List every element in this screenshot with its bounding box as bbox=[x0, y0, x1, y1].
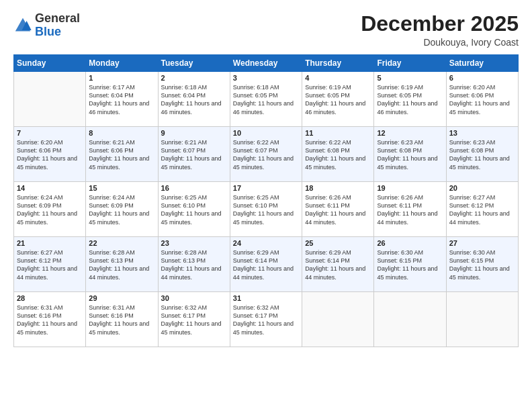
day-number: 23 bbox=[161, 239, 227, 247]
table-cell: 21Sunrise: 6:27 AM Sunset: 6:12 PM Dayli… bbox=[14, 237, 86, 292]
day-number: 21 bbox=[17, 239, 83, 247]
col-saturday: Saturday bbox=[446, 55, 518, 72]
day-number: 10 bbox=[233, 129, 299, 137]
day-number: 17 bbox=[233, 184, 299, 192]
table-cell: 22Sunrise: 6:28 AM Sunset: 6:13 PM Dayli… bbox=[86, 237, 158, 292]
table-cell: 29Sunrise: 6:31 AM Sunset: 6:16 PM Dayli… bbox=[86, 292, 158, 347]
cell-info: Sunrise: 6:17 AM Sunset: 6:04 PM Dayligh… bbox=[89, 83, 154, 116]
day-number: 6 bbox=[449, 74, 515, 82]
cell-info: Sunrise: 6:19 AM Sunset: 6:05 PM Dayligh… bbox=[377, 83, 443, 116]
header: General Blue December 2025 Doukouya, Ivo… bbox=[13, 12, 519, 48]
location: Doukouya, Ivory Coast bbox=[361, 37, 519, 48]
day-number: 29 bbox=[89, 294, 154, 302]
cell-info: Sunrise: 6:24 AM Sunset: 6:09 PM Dayligh… bbox=[17, 193, 83, 226]
cell-info: Sunrise: 6:21 AM Sunset: 6:06 PM Dayligh… bbox=[89, 138, 154, 171]
cell-info: Sunrise: 6:31 AM Sunset: 6:16 PM Dayligh… bbox=[17, 304, 83, 336]
table-cell: 28Sunrise: 6:31 AM Sunset: 6:16 PM Dayli… bbox=[14, 292, 86, 347]
title-block: December 2025 Doukouya, Ivory Coast bbox=[361, 12, 519, 48]
day-number: 12 bbox=[377, 129, 443, 137]
table-cell: 10Sunrise: 6:22 AM Sunset: 6:07 PM Dayli… bbox=[230, 127, 302, 182]
table-cell: 24Sunrise: 6:29 AM Sunset: 6:14 PM Dayli… bbox=[230, 237, 302, 292]
table-cell: 6Sunrise: 6:20 AM Sunset: 6:06 PM Daylig… bbox=[446, 72, 518, 127]
cell-info: Sunrise: 6:18 AM Sunset: 6:04 PM Dayligh… bbox=[161, 83, 227, 116]
table-cell bbox=[14, 72, 86, 127]
logo-blue: Blue bbox=[35, 26, 80, 39]
day-number: 22 bbox=[89, 239, 154, 247]
cell-info: Sunrise: 6:23 AM Sunset: 6:08 PM Dayligh… bbox=[377, 138, 443, 171]
table-cell: 17Sunrise: 6:25 AM Sunset: 6:10 PM Dayli… bbox=[230, 182, 302, 237]
cell-info: Sunrise: 6:20 AM Sunset: 6:06 PM Dayligh… bbox=[449, 83, 515, 116]
cell-info: Sunrise: 6:21 AM Sunset: 6:07 PM Dayligh… bbox=[161, 138, 227, 171]
table-cell: 13Sunrise: 6:23 AM Sunset: 6:08 PM Dayli… bbox=[446, 127, 518, 182]
col-wednesday: Wednesday bbox=[230, 55, 302, 72]
day-number: 13 bbox=[449, 129, 515, 137]
table-cell: 9Sunrise: 6:21 AM Sunset: 6:07 PM Daylig… bbox=[158, 127, 230, 182]
day-number: 27 bbox=[449, 239, 515, 247]
day-number: 28 bbox=[17, 294, 83, 302]
day-number: 7 bbox=[17, 129, 83, 137]
day-number: 9 bbox=[161, 129, 227, 137]
table-cell: 19Sunrise: 6:26 AM Sunset: 6:11 PM Dayli… bbox=[374, 182, 446, 237]
calendar-row: 14Sunrise: 6:24 AM Sunset: 6:09 PM Dayli… bbox=[14, 182, 519, 237]
day-number: 20 bbox=[449, 184, 515, 192]
header-row: Sunday Monday Tuesday Wednesday Thursday… bbox=[14, 55, 519, 72]
day-number: 2 bbox=[161, 74, 227, 82]
col-thursday: Thursday bbox=[302, 55, 374, 72]
col-sunday: Sunday bbox=[14, 55, 86, 72]
day-number: 15 bbox=[89, 184, 154, 192]
logo-general: General bbox=[35, 12, 80, 26]
day-number: 5 bbox=[377, 74, 443, 82]
table-cell: 11Sunrise: 6:22 AM Sunset: 6:08 PM Dayli… bbox=[302, 127, 374, 182]
day-number: 26 bbox=[377, 239, 443, 247]
col-friday: Friday bbox=[374, 55, 446, 72]
table-cell: 3Sunrise: 6:18 AM Sunset: 6:05 PM Daylig… bbox=[230, 72, 302, 127]
cell-info: Sunrise: 6:23 AM Sunset: 6:08 PM Dayligh… bbox=[449, 138, 515, 171]
table-cell: 5Sunrise: 6:19 AM Sunset: 6:05 PM Daylig… bbox=[374, 72, 446, 127]
logo: General Blue bbox=[13, 12, 80, 39]
logo-text: General Blue bbox=[35, 12, 80, 39]
day-number: 16 bbox=[161, 184, 227, 192]
table-cell: 8Sunrise: 6:21 AM Sunset: 6:06 PM Daylig… bbox=[86, 127, 158, 182]
calendar-row: 7Sunrise: 6:20 AM Sunset: 6:06 PM Daylig… bbox=[14, 127, 519, 182]
calendar-table: Sunday Monday Tuesday Wednesday Thursday… bbox=[13, 54, 519, 347]
cell-info: Sunrise: 6:30 AM Sunset: 6:15 PM Dayligh… bbox=[377, 248, 443, 281]
day-number: 11 bbox=[305, 129, 371, 137]
col-tuesday: Tuesday bbox=[158, 55, 230, 72]
table-cell: 18Sunrise: 6:26 AM Sunset: 6:11 PM Dayli… bbox=[302, 182, 374, 237]
cell-info: Sunrise: 6:24 AM Sunset: 6:09 PM Dayligh… bbox=[89, 193, 154, 226]
day-number: 14 bbox=[17, 184, 83, 192]
table-cell: 12Sunrise: 6:23 AM Sunset: 6:08 PM Dayli… bbox=[374, 127, 446, 182]
cell-info: Sunrise: 6:27 AM Sunset: 6:12 PM Dayligh… bbox=[449, 193, 515, 226]
table-cell bbox=[374, 292, 446, 347]
table-cell: 20Sunrise: 6:27 AM Sunset: 6:12 PM Dayli… bbox=[446, 182, 518, 237]
page: General Blue December 2025 Doukouya, Ivo… bbox=[0, 0, 532, 411]
table-cell bbox=[446, 292, 518, 347]
table-cell: 26Sunrise: 6:30 AM Sunset: 6:15 PM Dayli… bbox=[374, 237, 446, 292]
cell-info: Sunrise: 6:22 AM Sunset: 6:07 PM Dayligh… bbox=[233, 138, 299, 171]
cell-info: Sunrise: 6:31 AM Sunset: 6:16 PM Dayligh… bbox=[89, 304, 154, 336]
month-title: December 2025 bbox=[361, 12, 519, 36]
cell-info: Sunrise: 6:28 AM Sunset: 6:13 PM Dayligh… bbox=[161, 248, 227, 281]
day-number: 1 bbox=[89, 74, 154, 82]
cell-info: Sunrise: 6:27 AM Sunset: 6:12 PM Dayligh… bbox=[17, 248, 83, 281]
calendar-row: 28Sunrise: 6:31 AM Sunset: 6:16 PM Dayli… bbox=[14, 292, 519, 347]
cell-info: Sunrise: 6:19 AM Sunset: 6:05 PM Dayligh… bbox=[305, 83, 371, 116]
col-monday: Monday bbox=[86, 55, 158, 72]
calendar-row: 1Sunrise: 6:17 AM Sunset: 6:04 PM Daylig… bbox=[14, 72, 519, 127]
table-cell: 14Sunrise: 6:24 AM Sunset: 6:09 PM Dayli… bbox=[14, 182, 86, 237]
table-cell: 4Sunrise: 6:19 AM Sunset: 6:05 PM Daylig… bbox=[302, 72, 374, 127]
cell-info: Sunrise: 6:26 AM Sunset: 6:11 PM Dayligh… bbox=[377, 193, 443, 226]
cell-info: Sunrise: 6:25 AM Sunset: 6:10 PM Dayligh… bbox=[161, 193, 227, 226]
cell-info: Sunrise: 6:26 AM Sunset: 6:11 PM Dayligh… bbox=[305, 193, 371, 226]
day-number: 3 bbox=[233, 74, 299, 82]
day-number: 24 bbox=[233, 239, 299, 247]
table-cell: 2Sunrise: 6:18 AM Sunset: 6:04 PM Daylig… bbox=[158, 72, 230, 127]
cell-info: Sunrise: 6:18 AM Sunset: 6:05 PM Dayligh… bbox=[233, 83, 299, 116]
table-cell: 7Sunrise: 6:20 AM Sunset: 6:06 PM Daylig… bbox=[14, 127, 86, 182]
table-cell: 25Sunrise: 6:29 AM Sunset: 6:14 PM Dayli… bbox=[302, 237, 374, 292]
cell-info: Sunrise: 6:32 AM Sunset: 6:17 PM Dayligh… bbox=[233, 304, 299, 336]
cell-info: Sunrise: 6:29 AM Sunset: 6:14 PM Dayligh… bbox=[305, 248, 371, 281]
logo-icon bbox=[13, 16, 32, 35]
table-cell: 16Sunrise: 6:25 AM Sunset: 6:10 PM Dayli… bbox=[158, 182, 230, 237]
day-number: 19 bbox=[377, 184, 443, 192]
